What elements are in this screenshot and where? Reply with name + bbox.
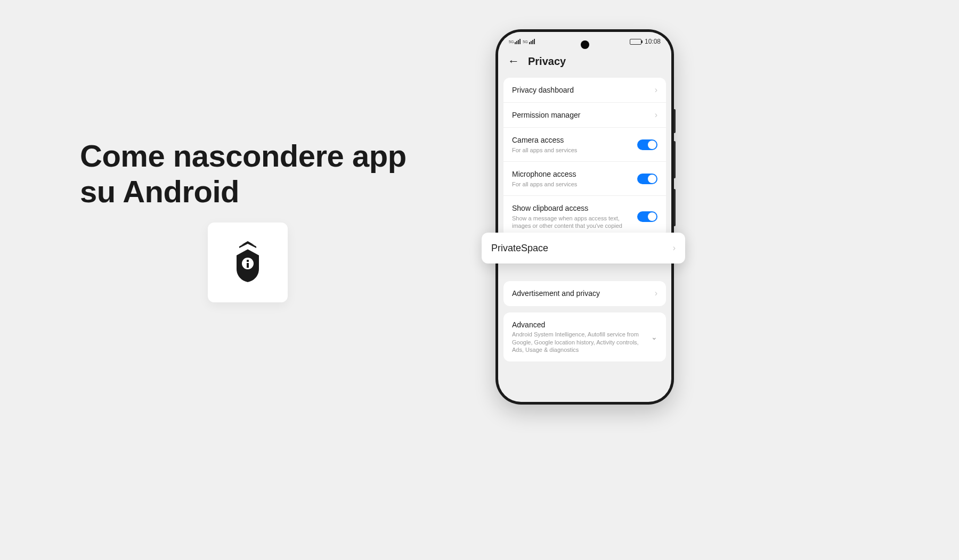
row-subtitle: For all apps and services [512,180,633,188]
row-label: Show clipboard access [512,203,633,213]
phone-side-button [674,189,676,226]
settings-card-advanced: Advanced Android System Intelligence, Au… [503,312,666,362]
chevron-down-icon: ⌄ [651,333,657,341]
row-privacy-dashboard[interactable]: Privacy dashboard › [503,78,666,102]
row-label: Permission manager [512,110,651,120]
lock-info-icon [231,241,265,284]
row-label: Camera access [512,135,633,145]
battery-icon [630,39,641,45]
phone-mockup: 5G 5G 10:08 ← Privacy Privacy dashboard … [495,29,674,405]
signal-icon [515,39,521,44]
row-camera-access[interactable]: Camera access For all apps and services [503,127,666,161]
camera-punch-hole [581,40,589,49]
screen-title: Privacy [528,55,566,68]
row-label: Microphone access [512,169,633,179]
chevron-right-icon: › [655,85,657,95]
toggle-microphone[interactable] [637,174,657,184]
page-title: Come nascondere app su Android [80,138,426,209]
toggle-camera[interactable] [637,139,657,150]
row-label: Privacy dashboard [512,85,651,95]
status-time: 10:08 [645,38,661,45]
row-subtitle: Android System Intelligence, Autofill se… [512,331,647,355]
back-arrow-icon[interactable]: ← [508,54,519,68]
phone-side-button [674,109,676,133]
phone-side-button [674,141,676,178]
toggle-clipboard[interactable] [637,211,657,222]
chevron-right-icon: › [655,110,657,120]
chevron-right-icon: › [673,243,676,253]
row-permission-manager[interactable]: Permission manager › [503,102,666,127]
row-label: Advanced [512,320,647,330]
row-microphone-access[interactable]: Microphone access For all apps and servi… [503,161,666,195]
signal-icon [529,39,535,44]
svg-marker-1 [239,242,256,248]
svg-rect-4 [247,263,249,268]
svg-rect-3 [247,260,249,262]
row-privatespace-callout[interactable]: PrivateSpace › [482,233,685,263]
row-advanced[interactable]: Advanced Android System Intelligence, Au… [503,312,666,362]
row-subtitle: For all apps and services [512,146,633,154]
chevron-right-icon: › [655,289,657,298]
row-advertisement-privacy[interactable]: Advertisement and privacy › [503,281,666,306]
callout-label: PrivateSpace [491,243,548,254]
settings-card-main: Privacy dashboard › Permission manager ›… [503,78,666,237]
row-subtitle: Show a message when apps access text, im… [512,215,633,230]
row-label: Advertisement and privacy [512,289,651,298]
settings-card-ads: Advertisement and privacy › [503,281,666,306]
lock-info-icon-container [208,223,288,302]
row-clipboard-access[interactable]: Show clipboard access Show a message whe… [503,195,666,237]
